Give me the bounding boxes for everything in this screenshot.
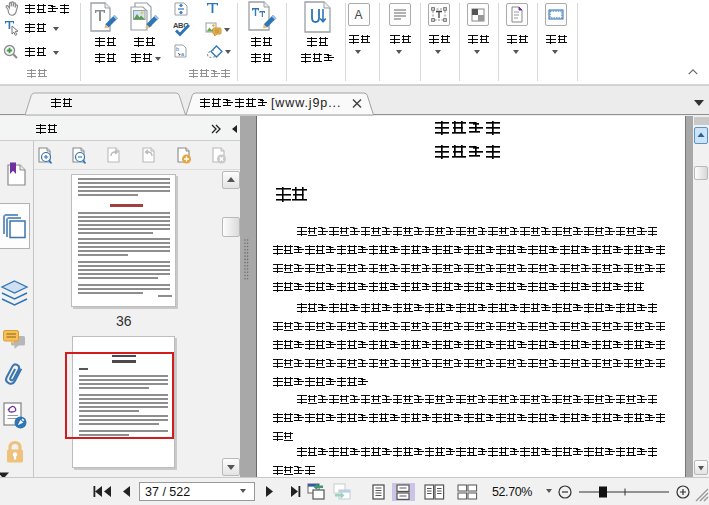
svg-text:b: b bbox=[176, 46, 179, 52]
svg-text:A: A bbox=[355, 8, 363, 22]
